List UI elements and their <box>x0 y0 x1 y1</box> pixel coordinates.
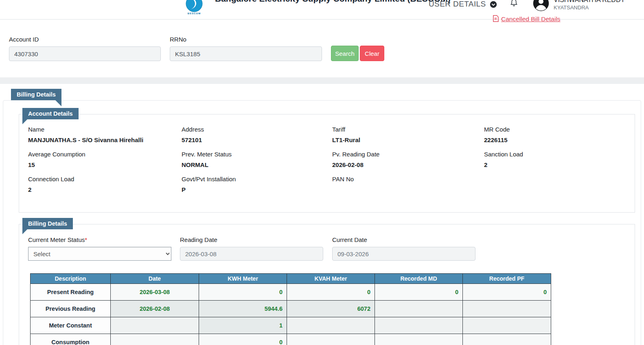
account-details-panel: Name MANJUNATHA.S - S/O Sivanna Hirehall… <box>19 114 635 213</box>
search-button[interactable]: Search <box>331 46 359 61</box>
cell-kvah <box>287 317 375 334</box>
row-meter-constant: Meter Constant 1 <box>31 317 551 334</box>
cell-md <box>375 334 463 345</box>
field-prev-meter-status: Prev. Meter Status NORMAL <box>182 151 332 169</box>
clear-button[interactable]: Clear <box>360 46 384 61</box>
notifications-bell-icon[interactable] <box>510 0 518 9</box>
chevron-down-icon <box>490 0 497 9</box>
cancelled-bill-details-link[interactable]: Cancelled Bill Details <box>493 15 561 23</box>
user-location: KYATSANDRA <box>554 4 589 11</box>
row-present-reading: Present Reading 2026-03-08 0 0 0 0 <box>31 284 551 301</box>
user-details-label: USER DETAILS <box>429 0 486 9</box>
field-average-consumption: Average Conumption 15 <box>28 151 182 169</box>
current-date-input[interactable] <box>332 247 475 261</box>
meter-readings-table: Description Date KWH Meter KVAH Meter Re… <box>30 273 551 345</box>
cell-kwh: 5944.6 <box>199 301 287 317</box>
user-name: VISHWANATHA REDDY <box>554 0 625 4</box>
account-id-label: Account ID <box>9 36 39 43</box>
account-id-input[interactable] <box>9 46 161 61</box>
field-tariff: Tariff LT1-Rural <box>332 126 484 144</box>
rrno-input[interactable] <box>170 46 322 61</box>
search-bar: Account ID RRNo Search Clear <box>0 20 644 77</box>
col-date: Date <box>111 274 199 284</box>
cell-md[interactable]: 0 <box>375 284 463 301</box>
field-pv-reading-date: Pv. Reading Date 2026-02-08 <box>332 151 484 169</box>
current-meter-status-select[interactable]: Select <box>28 247 171 261</box>
cell-md <box>375 301 463 317</box>
required-asterisk: * <box>85 236 87 243</box>
col-description: Description <box>31 274 111 284</box>
app-title: Bangalore Electricity Supply Company Lim… <box>215 0 451 4</box>
cell-kvah[interactable]: 0 <box>287 284 375 301</box>
field-name: Name MANJUNATHA.S - S/O Sivanna Hirehall… <box>28 126 182 144</box>
cell-kwh: 1 <box>199 317 287 334</box>
section-divider <box>0 77 644 84</box>
field-pan-no: PAN No <box>332 176 484 193</box>
cancelled-bill-label: Cancelled Bill Details <box>501 15 561 23</box>
col-kvah-meter: KVAH Meter <box>287 274 375 284</box>
cell-date[interactable]: 2026-03-08 <box>111 284 199 301</box>
account-details-grid: Name MANJUNATHA.S - S/O Sivanna Hirehall… <box>28 126 626 193</box>
row-consumption: Consumption 0 <box>31 334 551 345</box>
cell-description: Meter Constant <box>31 317 111 334</box>
current-meter-status-label: Current Meter Status* <box>28 236 87 243</box>
cell-pf <box>463 317 551 334</box>
cell-date: 2026-02-08 <box>111 301 199 317</box>
current-date-label: Current Date <box>332 236 367 243</box>
cell-md <box>375 317 463 334</box>
cell-pf <box>463 301 551 317</box>
cell-description: Previous Reading <box>31 301 111 317</box>
reading-date-label: Reading Date <box>180 236 217 243</box>
tab-billing-details-inner: Billing Details <box>22 218 73 229</box>
cell-kwh[interactable]: 0 <box>199 284 287 301</box>
tab-account-details: Account Details <box>22 108 79 119</box>
billing-form-panel: Current Meter Status* Select Reading Dat… <box>19 224 635 345</box>
rrno-label: RRNo <box>170 36 186 43</box>
bescom-logo: BESCOM <box>186 0 203 15</box>
user-avatar-icon[interactable] <box>532 0 550 13</box>
field-connection-load: Connection Load 2 <box>28 176 182 193</box>
field-address: Address 572101 <box>182 126 332 144</box>
col-recorded-md: Recorded MD <box>375 274 463 284</box>
cell-description: Present Reading <box>31 284 111 301</box>
logo-text: BESCOM <box>186 12 203 15</box>
cell-kwh: 0 <box>199 334 287 345</box>
reading-date-input[interactable] <box>180 247 323 261</box>
cell-kvah <box>287 334 375 345</box>
cell-pf[interactable]: 0 <box>463 284 551 301</box>
cancelled-bill-icon <box>493 15 499 23</box>
col-recorded-pf: Recorded PF <box>463 274 551 284</box>
cell-pf <box>463 334 551 345</box>
field-sanction-load: Sanction Load 2 <box>484 151 626 169</box>
user-details-menu[interactable]: USER DETAILS <box>429 0 497 9</box>
table-header-row: Description Date KWH Meter KVAH Meter Re… <box>31 274 551 284</box>
row-previous-reading: Previous Reading 2026-02-08 5944.6 6072 <box>31 301 551 317</box>
cell-date <box>111 317 199 334</box>
field-govt-pvt-installation: Govt/Pvt Installation P <box>182 176 332 193</box>
cell-kvah: 6072 <box>287 301 375 317</box>
cell-description: Consumption <box>31 334 111 345</box>
tab-billing-details: Billing Details <box>11 89 61 100</box>
cell-date <box>111 334 199 345</box>
col-kwh-meter: KWH Meter <box>199 274 287 284</box>
field-mr-code: MR Code 2226115 <box>484 126 626 144</box>
